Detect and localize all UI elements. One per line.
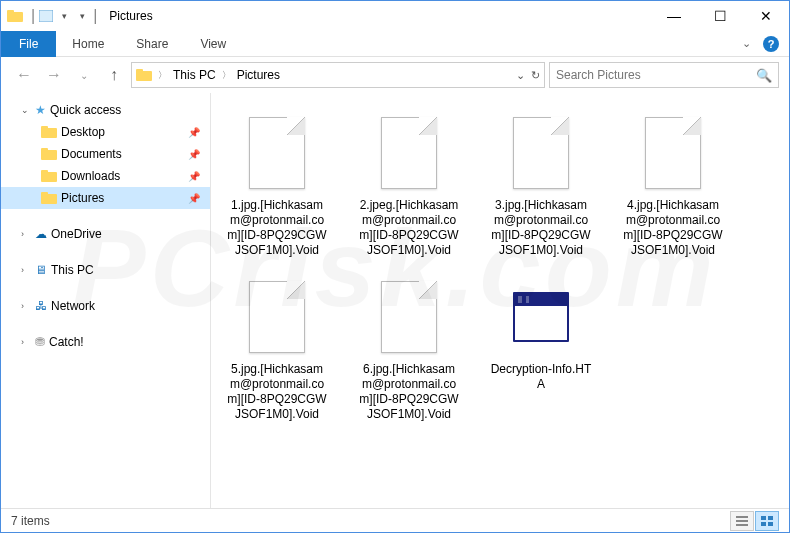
chevron-right-icon[interactable]: 〉 [222, 69, 231, 82]
svg-rect-4 [136, 69, 143, 73]
file-name: 2.jpeg.[Hichkasamm@protonmail.com][ID-8P… [358, 198, 460, 258]
svg-rect-17 [768, 516, 773, 520]
file-name: 1.jpg.[Hichkasamm@protonmail.com][ID-8PQ… [226, 198, 328, 258]
chevron-right-icon[interactable]: 〉 [158, 69, 167, 82]
svg-rect-2 [39, 10, 53, 22]
close-button[interactable]: ✕ [743, 1, 789, 31]
sidebar-item-label: Downloads [61, 169, 120, 183]
cloud-icon: ☁ [35, 227, 47, 241]
recent-locations-icon[interactable]: ⌄ [71, 62, 97, 88]
file-item[interactable]: Decryption-Info.HTA [485, 269, 597, 427]
ribbon: File Home Share View ⌄ ? [1, 31, 789, 57]
separator: | [93, 7, 97, 25]
maximize-button[interactable]: ☐ [697, 1, 743, 31]
sidebar-item-label: This PC [51, 263, 94, 277]
status-item-count: 7 items [11, 514, 50, 528]
window-title: Pictures [109, 9, 152, 23]
caret-icon[interactable]: › [21, 265, 31, 275]
file-item[interactable]: 1.jpg.[Hichkasamm@protonmail.com][ID-8PQ… [221, 105, 333, 263]
breadcrumb-current[interactable]: Pictures [237, 68, 280, 82]
drive-icon: ⛃ [35, 335, 45, 349]
file-pane[interactable]: 1.jpg.[Hichkasamm@protonmail.com][ID-8PQ… [211, 93, 789, 508]
file-item[interactable]: 6.jpg.[Hichkasamm@protonmail.com][ID-8PQ… [353, 269, 465, 427]
file-item[interactable]: 4.jpg.[Hichkasamm@protonmail.com][ID-8PQ… [617, 105, 729, 263]
forward-button[interactable]: → [41, 62, 67, 88]
tab-share[interactable]: Share [120, 31, 184, 57]
blank-file-icon [637, 110, 709, 196]
file-grid: 1.jpg.[Hichkasamm@protonmail.com][ID-8PQ… [221, 105, 779, 427]
sidebar-item-network[interactable]: › 🖧 Network [1, 295, 210, 317]
sidebar-item-downloads[interactable]: Downloads 📌 [1, 165, 210, 187]
qat-dropdown-icon[interactable]: ▾ [57, 9, 71, 23]
application-icon [505, 274, 577, 360]
caret-icon[interactable]: ⌄ [21, 105, 31, 115]
blank-file-icon [241, 110, 313, 196]
tab-view[interactable]: View [184, 31, 242, 57]
status-bar: 7 items [1, 508, 789, 532]
nav-sidebar: ⌄ ★ Quick access Desktop 📌 Documents 📌 D… [1, 93, 211, 508]
folder-icon [41, 147, 57, 161]
file-item[interactable]: 2.jpeg.[Hichkasamm@protonmail.com][ID-8P… [353, 105, 465, 263]
ribbon-collapse-icon[interactable]: ⌄ [742, 37, 751, 50]
view-details-button[interactable] [730, 511, 754, 531]
titlebar: | ▾ ▾ | Pictures — ☐ ✕ [1, 1, 789, 31]
properties-icon[interactable] [39, 9, 53, 23]
help-icon[interactable]: ? [763, 36, 779, 52]
file-tab[interactable]: File [1, 31, 56, 57]
address-bar: ← → ⌄ ↑ 〉 This PC 〉 Pictures ⌄ ↻ Search … [1, 57, 789, 93]
sidebar-item-pictures[interactable]: Pictures 📌 [1, 187, 210, 209]
sidebar-item-catch[interactable]: › ⛃ Catch! [1, 331, 210, 353]
search-input[interactable]: Search Pictures 🔍 [549, 62, 779, 88]
svg-rect-15 [736, 524, 748, 526]
sidebar-label: Quick access [50, 103, 121, 117]
svg-rect-16 [761, 516, 766, 520]
svg-rect-12 [41, 192, 48, 196]
minimize-button[interactable]: — [651, 1, 697, 31]
breadcrumb-bar[interactable]: 〉 This PC 〉 Pictures ⌄ ↻ [131, 62, 545, 88]
quick-access-toolbar: ▾ ▾ [39, 9, 89, 23]
caret-icon[interactable]: › [21, 301, 31, 311]
sidebar-item-desktop[interactable]: Desktop 📌 [1, 121, 210, 143]
sidebar-item-thispc[interactable]: › 🖥 This PC [1, 259, 210, 281]
caret-icon[interactable]: › [21, 229, 31, 239]
svg-rect-6 [41, 126, 48, 130]
tab-home[interactable]: Home [56, 31, 120, 57]
view-icons-button[interactable] [755, 511, 779, 531]
window-controls: — ☐ ✕ [651, 1, 789, 31]
svg-rect-1 [7, 10, 14, 14]
file-item[interactable]: 3.jpg.[Hichkasamm@protonmail.com][ID-8PQ… [485, 105, 597, 263]
file-name: 5.jpg.[Hichkasamm@protonmail.com][ID-8PQ… [226, 362, 328, 422]
sidebar-quick-access[interactable]: ⌄ ★ Quick access [1, 99, 210, 121]
pin-icon: 📌 [188, 193, 200, 204]
folder-icon [136, 68, 152, 82]
computer-icon: 🖥 [35, 263, 47, 277]
blank-file-icon [241, 274, 313, 360]
file-item[interactable]: 5.jpg.[Hichkasamm@protonmail.com][ID-8PQ… [221, 269, 333, 427]
folder-icon [41, 169, 57, 183]
star-icon: ★ [35, 103, 46, 117]
sidebar-item-label: OneDrive [51, 227, 102, 241]
svg-rect-18 [761, 522, 766, 526]
pin-icon: 📌 [188, 127, 200, 138]
refresh-icon[interactable]: ↻ [531, 69, 540, 82]
view-toggle [730, 511, 779, 531]
caret-icon[interactable]: › [21, 337, 31, 347]
sidebar-item-onedrive[interactable]: › ☁ OneDrive [1, 223, 210, 245]
qat-chevron-icon[interactable]: ▾ [75, 9, 89, 23]
svg-rect-13 [736, 516, 748, 518]
file-name: 4.jpg.[Hichkasamm@protonmail.com][ID-8PQ… [622, 198, 724, 258]
sidebar-item-documents[interactable]: Documents 📌 [1, 143, 210, 165]
sidebar-item-label: Catch! [49, 335, 84, 349]
folder-icon [7, 9, 23, 23]
network-icon: 🖧 [35, 299, 47, 313]
blank-file-icon [373, 274, 445, 360]
back-button[interactable]: ← [11, 62, 37, 88]
folder-icon [41, 125, 57, 139]
dropdown-icon[interactable]: ⌄ [516, 69, 525, 82]
breadcrumb-root[interactable]: This PC [173, 68, 216, 82]
search-icon[interactable]: 🔍 [756, 68, 772, 83]
sidebar-item-label: Pictures [61, 191, 104, 205]
svg-rect-14 [736, 520, 748, 522]
up-button[interactable]: ↑ [101, 62, 127, 88]
pin-icon: 📌 [188, 171, 200, 182]
